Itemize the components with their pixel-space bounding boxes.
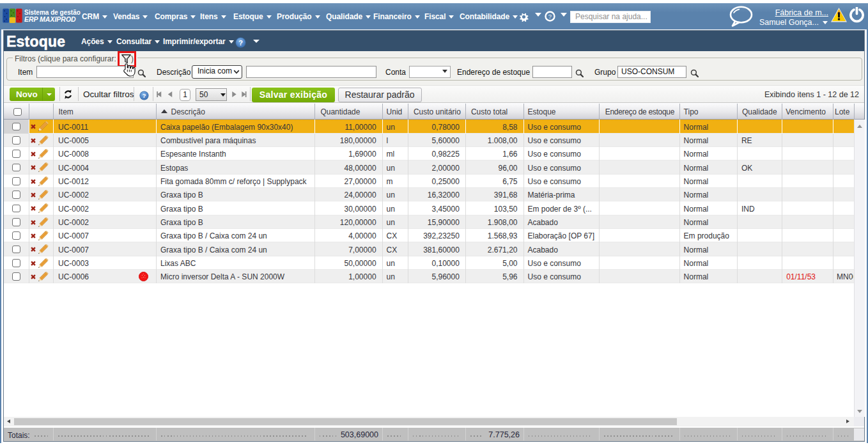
svg-text:?: ? xyxy=(548,13,552,20)
svg-text:?: ? xyxy=(143,92,146,99)
svg-text:?: ? xyxy=(238,39,243,47)
